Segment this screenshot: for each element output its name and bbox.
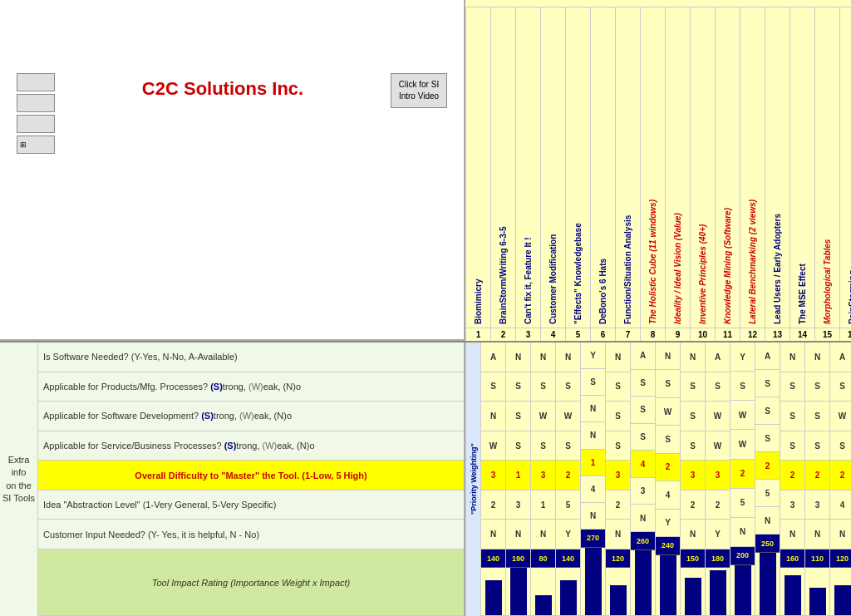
buttons-area: ⊞ C2C Solutions Inc.: [17, 73, 447, 154]
impact-num-6: 260: [631, 532, 655, 550]
cell-r4-c6: 4: [631, 451, 655, 478]
cell-r1-c1: S: [506, 372, 530, 402]
cell-r1-c5: S: [606, 372, 630, 402]
impact-num-5: 120: [606, 549, 630, 568]
col-num-1: 1: [466, 328, 490, 341]
cell-r6-c3: Y: [556, 520, 580, 549]
bar-cell-2: [531, 568, 555, 616]
cell-r3-c9: W: [706, 431, 730, 461]
cell-r5-c3: 5: [556, 490, 580, 520]
cell-r3-c14: S: [830, 431, 851, 461]
data-col-13: NSSS23N110: [804, 342, 829, 616]
cell-r2-c12: S: [780, 402, 804, 431]
alph-button[interactable]: [17, 73, 55, 91]
row-label-4: Overall Difficulty to "Master" the Tool.…: [38, 461, 464, 490]
cell-r2-c14: W: [830, 402, 851, 431]
extra-info-side: Extrainfoon theSI Tools: [0, 342, 38, 616]
row-label-3: Applicable for Service/Business Processe…: [38, 431, 464, 461]
title-area: [0, 0, 464, 55]
cell-r0-c2: N: [531, 342, 555, 372]
bar-0: [485, 580, 502, 615]
cell-r6-c5: N: [606, 520, 630, 549]
cell-r4-c9: 3: [706, 461, 730, 490]
col-num-7: 7: [616, 328, 640, 341]
col-num-2: 2: [491, 328, 515, 341]
impact-num-7: 240: [656, 537, 680, 555]
full-button[interactable]: [17, 115, 55, 133]
cell-r6-c14: N: [830, 520, 851, 549]
bar-5: [610, 585, 627, 615]
cell-r0-c8: N: [681, 342, 705, 372]
col-label-12: Lateral Benchmarking (2 views): [746, 11, 759, 328]
col-header-15: Morphological Tables15: [814, 7, 839, 341]
click-si-button[interactable]: Click for SIIntro Video: [391, 73, 447, 108]
col-header-14: The MSE Effect14: [790, 7, 814, 341]
row-label-0: Is Software Needed? (Y-Yes, N-No, A-Avai…: [38, 342, 464, 372]
bar-3: [560, 580, 577, 615]
cell-r1-c0: S: [481, 372, 505, 402]
col-label-6: DeBono's 6 Hats: [597, 11, 609, 328]
cell-r4-c10: 2: [730, 460, 755, 489]
col-label-4: Customer Modification: [547, 11, 559, 328]
priority-weighting-label: "Priority Weighting": [465, 342, 480, 616]
cell-r2-c8: S: [681, 402, 705, 431]
cell-r6-c0: N: [481, 520, 505, 549]
company-area: C2C Solutions Inc.: [142, 78, 303, 100]
impact-num-12: 160: [780, 549, 804, 568]
cell-r6-c2: N: [531, 520, 555, 549]
col-num-12: 12: [740, 328, 765, 341]
bottom-left: Extrainfoon theSI Tools Is Software Need…: [0, 342, 465, 616]
col-num-16: 16: [840, 328, 851, 341]
left-panel: ⊞ C2C Solutions Inc.: [0, 0, 465, 341]
row-label-6: Customer Input Needed? (Y- Yes, it is he…: [38, 520, 464, 549]
bar-12: [785, 575, 801, 615]
cell-r2-c9: W: [706, 402, 730, 431]
cell-r4-c7: 2: [656, 454, 680, 481]
cell-r5-c14: 4: [830, 490, 851, 520]
cell-r4-c12: 2: [780, 461, 804, 490]
cell-r5-c8: 2: [681, 490, 705, 520]
cell-r4-c2: 3: [531, 461, 555, 490]
cell-r3-c13: S: [805, 431, 829, 461]
data-col-11: ASSS25N250: [755, 342, 780, 616]
cell-r5-c4: 4: [581, 476, 605, 503]
cell-r6-c1: N: [506, 520, 530, 549]
close-button[interactable]: ⊞: [17, 136, 55, 154]
cell-r3-c1: S: [506, 431, 530, 461]
cell-r0-c12: N: [780, 342, 804, 372]
cell-r6-c9: Y: [706, 520, 730, 549]
bottom-rows: Is Software Needed? (Y-Yes, N-No, A-Avai…: [38, 342, 464, 616]
bar-cell-4: [581, 548, 605, 616]
sort-button[interactable]: [17, 94, 55, 112]
cell-r0-c1: N: [506, 342, 530, 372]
cell-r1-c13: S: [805, 372, 829, 402]
col-num-14: 14: [790, 328, 814, 341]
data-columns-area: ASNW32N140NSSS13N190NSWS31N80NSWS25Y140Y…: [480, 342, 851, 616]
col-label-5: "Effects" Knowledgebase: [572, 11, 584, 328]
cell-r4-c3: 2: [556, 461, 580, 490]
cell-r0-c3: N: [556, 342, 580, 372]
data-col-2: NSWS31N80: [530, 342, 555, 616]
bar-cell-5: [606, 568, 630, 616]
bar-cell-8: [681, 568, 705, 616]
col-header-11: Knowledge Mining (Software)11: [715, 7, 740, 341]
cell-r0-c4: Y: [581, 342, 605, 369]
col-num-8: 8: [641, 328, 665, 341]
cell-r3-c5: S: [606, 431, 630, 461]
cell-r2-c1: S: [506, 402, 530, 431]
data-col-5: NSSS32N120: [605, 342, 630, 616]
cell-r4-c0: 3: [481, 461, 505, 490]
cell-r5-c10: 5: [730, 489, 755, 518]
bar-8: [685, 578, 701, 615]
col-label-16: PainStorming: [846, 11, 851, 328]
col-header-4: Customer Modification4: [540, 7, 565, 341]
cell-r3-c3: S: [556, 431, 580, 461]
company-name: C2C Solutions Inc.: [142, 78, 303, 100]
impact-num-13: 110: [805, 549, 829, 568]
cell-r0-c9: A: [706, 342, 730, 372]
col-num-15: 15: [815, 328, 839, 341]
col-label-10: Inventive Principles (40+): [696, 11, 709, 328]
cell-r2-c6: S: [631, 397, 655, 424]
impact-num-11: 250: [755, 535, 780, 553]
cell-r1-c12: S: [780, 372, 804, 402]
